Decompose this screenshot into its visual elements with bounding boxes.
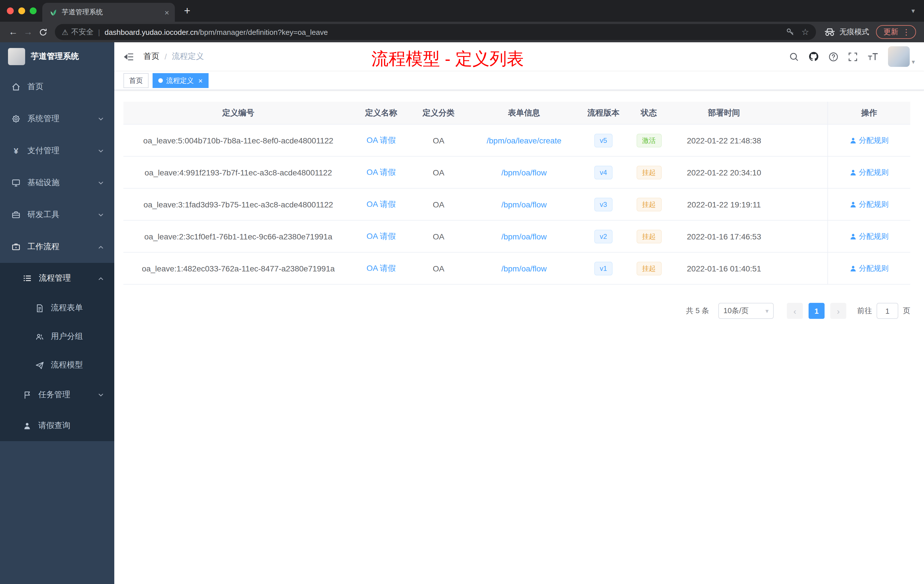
browser-tab[interactable]: 芋道管理系统 × [42,3,175,22]
tag-home[interactable]: 首页 [124,73,148,88]
table-row: oa_leave:4:991f2193-7b7f-11ec-a3c8-acde4… [124,157,910,188]
version-tag: v3 [594,198,612,211]
sidebar-item-label: 用户分组 [51,332,104,342]
incognito-icon [824,28,835,36]
definition-name-link[interactable]: OA 请假 [366,135,396,144]
user-menu[interactable]: ▾ [888,46,915,67]
sidebar-item-label: 系统管理 [27,114,91,124]
search-button[interactable] [789,52,799,61]
column-header-form: 表单信息 [468,108,580,118]
sidebar-item-process-model[interactable]: 流程模型 [0,351,114,379]
bookmark-star-icon[interactable]: ☆ [802,27,809,37]
definition-name-link[interactable]: OA 请假 [366,167,396,176]
person-icon [850,265,856,272]
fullscreen-button[interactable] [848,52,858,61]
back-button[interactable]: ← [6,27,21,37]
sidebar-item-leave-query[interactable]: 请假查询 [0,410,114,441]
sidebar-item-label: 工作流程 [27,242,91,252]
tag-label: 首页 [129,76,143,86]
logo-title: 芋道管理系统 [31,51,79,62]
sidebar-collapse-button[interactable] [124,51,134,62]
column-header-status: 状态 [627,108,671,118]
screen: 芋道管理系统 × + ▾ ← → ⚠ 不安全 | dashboard.yudao… [0,0,924,584]
sidebar-item-devtools[interactable]: 研发工具 [0,199,114,231]
status-tag: 挂起 [636,165,662,179]
font-size-button[interactable] [868,52,879,61]
table-header-row: 定义编号 定义名称 定义分类 表单信息 流程版本 状态 部署时间 操作 [124,102,910,125]
tab-close-icon[interactable]: × [165,8,169,16]
definition-category: OA [409,136,468,145]
version-tag: v2 [594,229,612,243]
assign-rule-button[interactable]: 分配规则 [850,231,889,241]
sidebar-item-user-group[interactable]: 用户分组 [0,322,114,351]
monitor-icon [12,178,21,187]
security-label[interactable]: 不安全 [71,27,93,37]
sidebar-item-process-form[interactable]: 流程表单 [0,294,114,322]
sidebar-item-label: 流程表单 [51,303,104,313]
page-size-value: 10条/页 [723,306,749,316]
pagination: 共 5 条 10条/页 ▾ ‹ 1 › 前往 页 [114,303,910,319]
goto-page-input[interactable] [876,303,898,319]
chrome-update-menu-button[interactable]: 更新 ⋮ [876,25,916,39]
app-logo[interactable]: 芋道管理系统 [0,42,114,71]
form-link[interactable]: /bpm/oa/leave/create [487,136,561,145]
tag-process-definition[interactable]: 流程定义 × [153,73,208,88]
new-tab-button[interactable]: + [184,5,190,17]
page-size-select[interactable]: 10条/页 ▾ [718,303,774,319]
document-icon [35,304,44,312]
status-tag: 激活 [636,134,662,147]
assign-rule-button[interactable]: 分配规则 [850,167,889,177]
sidebar-item-label: 任务管理 [38,390,91,400]
github-icon [809,51,819,62]
definition-name-link[interactable]: OA 请假 [366,199,396,208]
assign-rule-button[interactable]: 分配规则 [850,135,889,145]
reload-button[interactable] [35,28,50,36]
help-button[interactable] [829,52,838,61]
person-icon [23,421,31,430]
table-row: oa_leave:3:1fad3d93-7b75-11ec-a3c8-acde4… [124,188,910,221]
assign-rule-button[interactable]: 分配规则 [850,199,889,210]
tab-search-chevron-icon[interactable]: ▾ [911,7,915,15]
sidebar-item-process-management[interactable]: 流程管理 [0,263,114,294]
definition-id: oa_leave:4:991f2193-7b7f-11ec-a3c8-acde4… [124,168,353,177]
definition-name-link[interactable]: OA 请假 [366,231,396,240]
definition-category: OA [409,200,468,209]
zoom-window-button[interactable] [30,7,36,14]
browser-toolbar: ← → ⚠ 不安全 | dashboard.yudao.iocoder.cn /… [0,22,924,42]
forward-button[interactable]: → [21,27,35,37]
column-header-deploy-time: 部署时间 [671,108,777,118]
close-window-button[interactable] [7,7,14,14]
toolbox-icon [12,210,21,219]
definition-id: oa_leave:1:482ec033-762a-11ec-8477-a2380… [124,264,353,273]
definition-category: OA [409,168,468,177]
next-page-button[interactable]: › [830,303,846,319]
sidebar-item-workflow[interactable]: 工作流程 [0,231,114,263]
sidebar-item-infrastructure[interactable]: 基础设施 [0,167,114,199]
sidebar-item-home[interactable]: 首页 [0,71,114,103]
prev-page-button[interactable]: ‹ [787,303,803,319]
github-button[interactable] [809,51,819,62]
caret-down-icon: ▾ [766,307,769,315]
status-tag: 挂起 [636,198,662,211]
form-link[interactable]: /bpm/oa/flow [502,200,547,209]
version-tag: v1 [594,261,612,275]
sidebar-item-payment[interactable]: ¥ 支付管理 [0,135,114,167]
sidebar: 芋道管理系统 首页 系统管理 ¥ 支付管理 基础设施 [0,42,114,584]
breadcrumb-home-link[interactable]: 首页 [144,51,159,62]
form-link[interactable]: /bpm/oa/flow [502,168,547,177]
address-bar[interactable]: ⚠ 不安全 | dashboard.yudao.iocoder.cn /bpm/… [55,24,816,40]
password-key-icon[interactable] [785,27,795,36]
form-link[interactable]: /bpm/oa/flow [502,264,547,273]
table-row: oa_leave:5:004b710b-7b8a-11ec-8ef0-acde4… [124,125,910,157]
tag-close-icon[interactable]: × [198,76,203,85]
form-link[interactable]: /bpm/oa/flow [502,232,547,241]
page-number-1[interactable]: 1 [808,303,825,319]
font-size-icon [868,52,879,61]
chevron-down-icon [98,212,104,218]
minimize-window-button[interactable] [18,7,25,14]
briefcase-icon [12,242,21,251]
definition-name-link[interactable]: OA 请假 [366,263,396,272]
sidebar-item-system[interactable]: 系统管理 [0,103,114,135]
assign-rule-button[interactable]: 分配规则 [850,263,889,274]
sidebar-item-task-management[interactable]: 任务管理 [0,379,114,410]
